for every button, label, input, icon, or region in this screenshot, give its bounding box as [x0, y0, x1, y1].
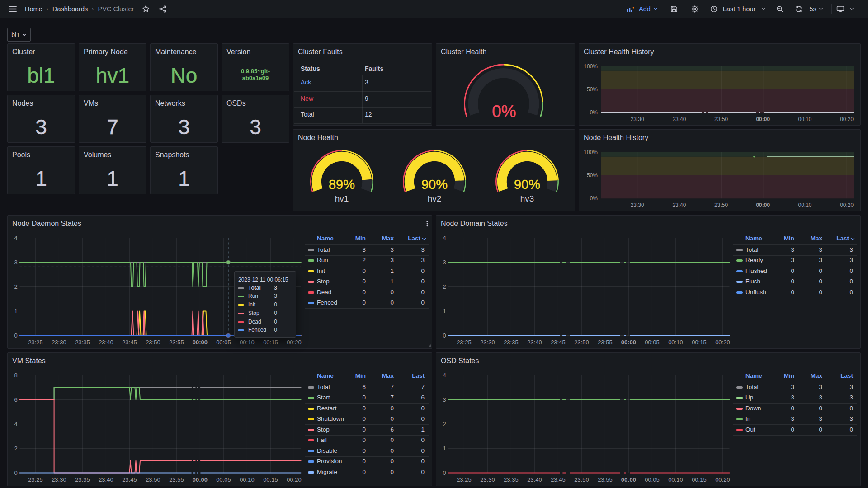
svg-text:00:10: 00:10: [668, 339, 683, 346]
svg-text:23:25: 23:25: [28, 476, 43, 483]
svg-text:100%: 100%: [584, 63, 598, 70]
svg-text:00:00: 00:00: [193, 339, 208, 346]
svg-text:00:15: 00:15: [692, 476, 707, 483]
svg-text:00:10: 00:10: [240, 339, 255, 346]
svg-text:hv3: hv3: [520, 194, 534, 203]
svg-text:23:30: 23:30: [52, 339, 66, 346]
svg-text:00:15: 00:15: [263, 476, 278, 483]
svg-text:23:45: 23:45: [551, 339, 566, 346]
svg-text:23:30: 23:30: [480, 476, 495, 483]
svg-text:23:30: 23:30: [52, 476, 66, 483]
svg-text:0%: 0%: [590, 109, 598, 116]
svg-text:0%: 0%: [590, 195, 598, 202]
svg-text:00:00: 00:00: [756, 116, 770, 122]
svg-text:23:50: 23:50: [574, 476, 589, 483]
svg-text:23:45: 23:45: [122, 339, 137, 346]
svg-text:00:00: 00:00: [621, 339, 636, 346]
svg-text:23:55: 23:55: [169, 339, 184, 346]
svg-text:00:10: 00:10: [798, 202, 811, 208]
svg-text:23:30: 23:30: [480, 339, 495, 346]
svg-text:23:35: 23:35: [504, 339, 519, 346]
svg-text:23:35: 23:35: [75, 339, 90, 346]
svg-text:00:15: 00:15: [692, 339, 707, 346]
svg-text:23:50: 23:50: [714, 116, 728, 122]
svg-text:23:30: 23:30: [631, 116, 644, 122]
svg-text:00:05: 00:05: [216, 339, 231, 346]
svg-text:0: 0: [443, 469, 446, 476]
svg-text:00:20: 00:20: [287, 476, 302, 483]
svg-text:23:35: 23:35: [75, 476, 90, 483]
svg-text:50%: 50%: [587, 172, 598, 178]
svg-text:00:10: 00:10: [240, 476, 255, 483]
svg-text:23:25: 23:25: [457, 339, 472, 346]
svg-text:23:40: 23:40: [672, 202, 686, 208]
svg-text:0%: 0%: [492, 102, 516, 121]
svg-text:23:40: 23:40: [99, 476, 113, 483]
svg-text:23:40: 23:40: [527, 339, 542, 346]
svg-text:00:20: 00:20: [840, 202, 854, 208]
svg-text:0: 0: [14, 332, 17, 339]
svg-text:00:20: 00:20: [715, 476, 730, 483]
svg-text:00:05: 00:05: [645, 339, 660, 346]
svg-text:00:00: 00:00: [193, 476, 208, 483]
svg-text:hv2: hv2: [428, 194, 442, 203]
svg-text:23:40: 23:40: [672, 116, 686, 122]
svg-text:00:15: 00:15: [263, 339, 278, 346]
svg-text:23:40: 23:40: [99, 339, 113, 346]
svg-text:00:05: 00:05: [216, 476, 231, 483]
svg-text:00:05: 00:05: [645, 476, 660, 483]
svg-text:23:50: 23:50: [146, 339, 160, 346]
svg-text:90%: 90%: [514, 177, 540, 192]
svg-text:50%: 50%: [587, 86, 598, 93]
svg-text:23:30: 23:30: [631, 202, 644, 208]
svg-text:23:45: 23:45: [122, 476, 137, 483]
svg-text:89%: 89%: [329, 177, 355, 192]
svg-text:00:00: 00:00: [621, 476, 636, 483]
svg-text:23:25: 23:25: [28, 339, 43, 346]
svg-text:hv1: hv1: [335, 194, 349, 203]
svg-text:1: 1: [14, 308, 17, 314]
svg-text:23:25: 23:25: [457, 476, 472, 483]
svg-text:1: 1: [443, 445, 446, 452]
svg-text:23:55: 23:55: [169, 476, 184, 483]
svg-text:23:35: 23:35: [504, 476, 519, 483]
svg-text:23:55: 23:55: [598, 476, 613, 483]
svg-text:00:10: 00:10: [668, 476, 683, 483]
svg-text:00:20: 00:20: [715, 339, 730, 346]
svg-text:23:50: 23:50: [714, 202, 728, 208]
svg-text:00:00: 00:00: [756, 202, 770, 208]
svg-text:00:20: 00:20: [840, 116, 854, 122]
svg-text:23:50: 23:50: [574, 339, 589, 346]
svg-text:00:20: 00:20: [287, 339, 302, 346]
svg-text:23:50: 23:50: [146, 476, 160, 483]
svg-text:23:45: 23:45: [551, 476, 566, 483]
svg-text:23:40: 23:40: [527, 476, 542, 483]
svg-text:90%: 90%: [421, 177, 448, 192]
svg-text:100%: 100%: [584, 149, 598, 155]
svg-text:0: 0: [443, 332, 446, 339]
svg-text:1: 1: [443, 308, 446, 314]
svg-text:23:55: 23:55: [598, 339, 613, 346]
svg-text:00:10: 00:10: [798, 116, 811, 122]
